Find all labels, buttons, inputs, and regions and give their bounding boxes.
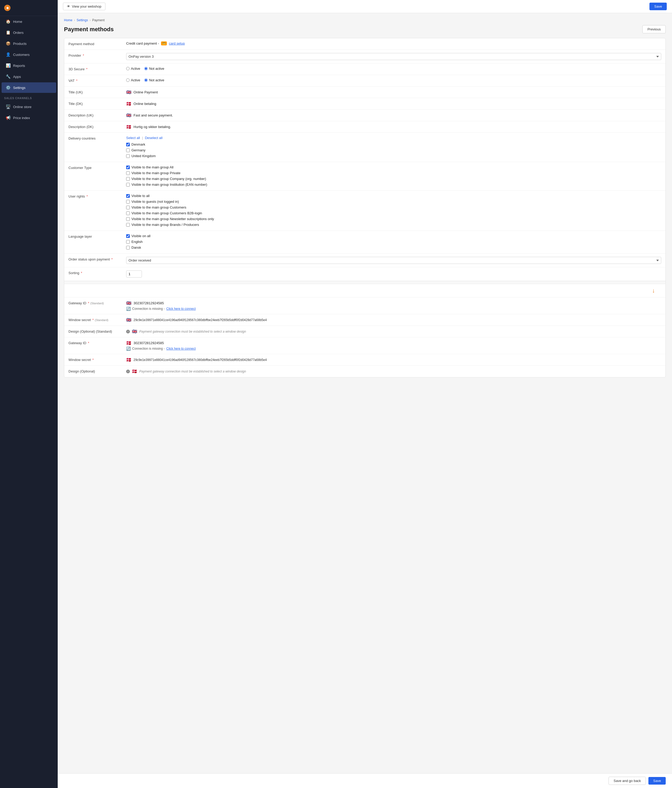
connection-missing-dk-text: Connection is missing - <box>132 347 165 351</box>
user-newsletter-checkbox[interactable] <box>126 217 130 221</box>
form-row-desc-uk: Description (UK) 🇬🇧 Fast and secure paym… <box>64 110 666 121</box>
customer-company-checkbox[interactable] <box>126 177 130 181</box>
language-dansk[interactable]: Dansk <box>126 246 661 249</box>
secure-label: 3D Secure * <box>68 67 126 71</box>
sidebar-item-apps[interactable]: 🔧 Apps <box>2 71 56 82</box>
language-all[interactable]: Visible on all <box>126 234 661 238</box>
country-uk[interactable]: United Kingdom <box>126 154 661 158</box>
vat-active-radio[interactable] <box>126 78 130 82</box>
breadcrumb-settings[interactable]: Settings <box>76 18 88 22</box>
save-and-go-back-button[interactable]: Save and go back <box>608 777 646 785</box>
secure-radio-group: Active Not active <box>126 67 661 71</box>
order-status-select[interactable]: Order received <box>126 257 661 264</box>
provider-label: Provider * <box>68 53 126 57</box>
arrow-row: ↓ <box>64 284 666 297</box>
sidebar-item-orders[interactable]: 📋 Orders <box>2 27 56 38</box>
vat-active-option[interactable]: Active <box>126 78 140 82</box>
denmark-checkbox[interactable] <box>126 143 130 146</box>
secure-not-active-radio[interactable] <box>144 67 148 70</box>
customer-institution-checkbox[interactable] <box>126 183 130 186</box>
sidebar-item-reports[interactable]: 📊 Reports <box>2 60 56 71</box>
country-denmark[interactable]: Denmark <box>126 143 661 146</box>
uk-flag-design: 🇬🇧 <box>132 329 137 334</box>
sidebar-item-price-index[interactable]: 📢 Price index <box>2 113 56 123</box>
breadcrumb-home[interactable]: Home <box>64 18 72 22</box>
form-row-sorting: Sorting * <box>64 267 666 281</box>
form-row-title-uk: Title (UK) 🇬🇧 Online Payment <box>64 87 666 98</box>
gateway-id-uk-value: 🇬🇧 3023072812924585 🔄 Connection is miss… <box>126 300 661 311</box>
user-guests-checkbox[interactable] <box>126 200 130 203</box>
view-webshop-button[interactable]: 👁 View your webshop <box>63 3 105 10</box>
language-english-checkbox[interactable] <box>126 240 130 244</box>
topbar-save-button[interactable]: Save <box>650 3 667 10</box>
design-uk-label: Design (Optional) (Standard) <box>68 329 126 334</box>
sidebar-item-settings[interactable]: ⚙️ Settings <box>2 83 56 93</box>
customer-type-all[interactable]: Visible to the main group All <box>126 165 661 169</box>
click-here-connect-dk[interactable]: Click here to connect <box>166 347 196 351</box>
click-here-connect-uk[interactable]: Click here to connect <box>166 307 196 311</box>
customer-all-checkbox[interactable] <box>126 165 130 169</box>
user-brands-checkbox[interactable] <box>126 223 130 227</box>
breadcrumb-sep-2: › <box>89 18 91 22</box>
dk-flag-2: 🇩🇰 <box>126 124 132 129</box>
sorting-label: Sorting * <box>68 270 126 275</box>
secure-active-option[interactable]: Active <box>126 67 140 71</box>
language-all-checkbox[interactable] <box>126 234 130 238</box>
provider-select[interactable]: OnPay version 3 <box>126 53 661 60</box>
customer-type-company[interactable]: Visible to the main group Company (org. … <box>126 177 661 181</box>
deselect-all-link[interactable]: Deselect all <box>145 136 162 140</box>
germany-checkbox[interactable] <box>126 148 130 152</box>
design-uk-text: Payment gateway connection must be estab… <box>139 330 246 334</box>
user-customers-checkbox[interactable] <box>126 206 130 209</box>
vat-not-active-option[interactable]: Not active <box>144 78 164 82</box>
dk-flag-design: 🇩🇰 <box>132 369 137 374</box>
form-row-window-secret-uk: Window secret * (Standard) 🇬🇧 29c9e1e399… <box>64 314 666 326</box>
window-secret-dk-value: 🇩🇰 29c9e1e39971e88041ce4196ad940f128567c… <box>126 357 661 362</box>
sidebar-item-online-store[interactable]: 🖥️ Online store <box>2 102 56 112</box>
design-dk-value: i 🇩🇰 Payment gateway connection must be … <box>126 369 661 374</box>
customer-institution-label: Visible to the main group Institution (E… <box>132 183 207 186</box>
form-row-order-status: Order status upon payment * Order receiv… <box>64 254 666 267</box>
secure-active-radio[interactable] <box>126 67 130 70</box>
error-icon-dk: 🔄 <box>126 346 130 351</box>
vat-not-active-radio[interactable] <box>144 78 148 82</box>
sidebar-item-products[interactable]: 📦 Products <box>2 38 56 49</box>
user-all-label: Visible to all <box>132 194 149 198</box>
gateway-id-uk-text: 3023072812924585 <box>133 301 164 305</box>
user-rights-newsletter[interactable]: Visible to the main group Newsletter sub… <box>126 217 661 221</box>
desc-dk-text: Hurtig og sikker betaling. <box>133 125 171 129</box>
language-english[interactable]: English <box>126 240 661 244</box>
language-dansk-checkbox[interactable] <box>126 246 130 249</box>
user-rights-customers-b2b[interactable]: Visible to the main group Customers B2B-… <box>126 211 661 215</box>
sidebar-item-label: Home <box>13 20 22 24</box>
user-rights-brands[interactable]: Visible to the main group Brands / Produ… <box>126 223 661 227</box>
select-all-link[interactable]: Select all <box>126 136 140 140</box>
order-status-value: Order received <box>126 257 661 264</box>
user-rights-all[interactable]: Visible to all <box>126 194 661 198</box>
sidebar-item-label: Settings <box>13 86 25 90</box>
window-secret-note: (Standard) <box>95 318 108 322</box>
sorting-input[interactable] <box>126 270 142 278</box>
desc-dk-value: 🇩🇰 Hurtig og sikker betaling. <box>126 124 661 129</box>
user-b2b-checkbox[interactable] <box>126 211 130 215</box>
customer-private-checkbox[interactable] <box>126 171 130 175</box>
user-all-checkbox[interactable] <box>126 194 130 198</box>
bottom-save-button[interactable]: Save <box>648 777 666 785</box>
vat-required: * <box>76 79 77 83</box>
customer-type-institution[interactable]: Visible to the main group Institution (E… <box>126 183 661 186</box>
user-rights-customers[interactable]: Visible to the main group Customers <box>126 205 661 209</box>
secure-not-active-option[interactable]: Not active <box>144 67 164 71</box>
country-germany[interactable]: Germany <box>126 148 661 152</box>
card-setup-link[interactable]: card setup <box>169 41 185 45</box>
customer-type-private[interactable]: Visible to the main group Private <box>126 171 661 175</box>
sidebar: ◆ 🏠 Home 📋 Orders 📦 Products 👤 Customers… <box>0 0 58 788</box>
user-rights-guests[interactable]: Visible to guests (not logged in) <box>126 200 661 203</box>
title-dk-text: Online betaling <box>133 102 156 106</box>
delivery-countries-label: Delivery countries <box>68 136 126 140</box>
uk-checkbox[interactable] <box>126 154 130 158</box>
form-row-window-secret-dk: Window secret * 🇩🇰 29c9e1e39971e88041ce4… <box>64 354 666 366</box>
sidebar-item-home[interactable]: 🏠 Home <box>2 16 56 27</box>
provider-required: * <box>83 54 84 57</box>
sidebar-item-customers[interactable]: 👤 Customers <box>2 49 56 60</box>
previous-button[interactable]: Previous <box>642 25 666 33</box>
